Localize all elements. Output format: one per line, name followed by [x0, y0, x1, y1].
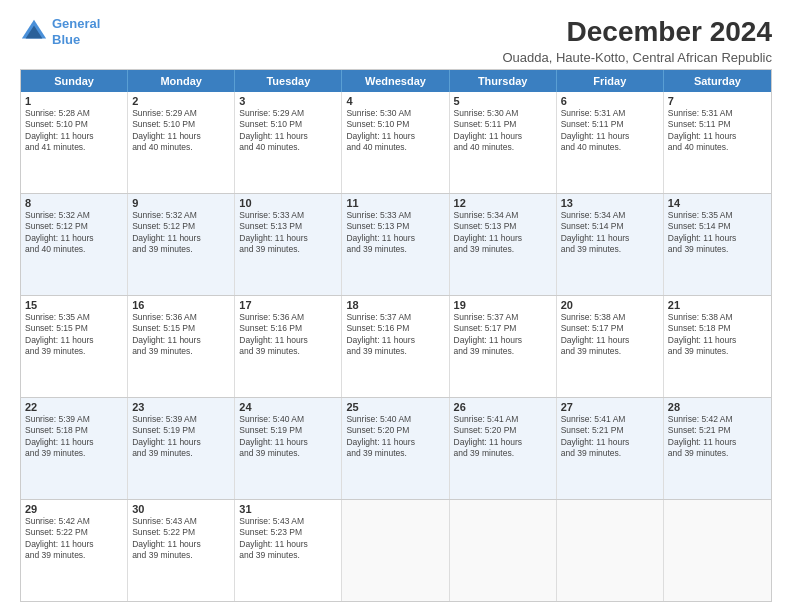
calendar-week-5: 29Sunrise: 5:42 AM Sunset: 5:22 PM Dayli…	[21, 500, 771, 601]
day-info: Sunrise: 5:38 AM Sunset: 5:17 PM Dayligh…	[561, 312, 659, 358]
calendar-cell: 16Sunrise: 5:36 AM Sunset: 5:15 PM Dayli…	[128, 296, 235, 397]
calendar-week-1: 1Sunrise: 5:28 AM Sunset: 5:10 PM Daylig…	[21, 92, 771, 194]
day-info: Sunrise: 5:40 AM Sunset: 5:20 PM Dayligh…	[346, 414, 444, 460]
day-number: 20	[561, 299, 659, 311]
day-info: Sunrise: 5:35 AM Sunset: 5:15 PM Dayligh…	[25, 312, 123, 358]
day-info: Sunrise: 5:31 AM Sunset: 5:11 PM Dayligh…	[561, 108, 659, 154]
day-number: 8	[25, 197, 123, 209]
day-number: 25	[346, 401, 444, 413]
calendar-page: GeneralBlue December 2024 Ouadda, Haute-…	[0, 0, 792, 612]
day-info: Sunrise: 5:33 AM Sunset: 5:13 PM Dayligh…	[239, 210, 337, 256]
calendar-cell: 2Sunrise: 5:29 AM Sunset: 5:10 PM Daylig…	[128, 92, 235, 193]
day-number: 2	[132, 95, 230, 107]
calendar-cell: 14Sunrise: 5:35 AM Sunset: 5:14 PM Dayli…	[664, 194, 771, 295]
calendar-week-3: 15Sunrise: 5:35 AM Sunset: 5:15 PM Dayli…	[21, 296, 771, 398]
header-cell-tuesday: Tuesday	[235, 70, 342, 92]
calendar: SundayMondayTuesdayWednesdayThursdayFrid…	[20, 69, 772, 602]
day-info: Sunrise: 5:33 AM Sunset: 5:13 PM Dayligh…	[346, 210, 444, 256]
header-cell-friday: Friday	[557, 70, 664, 92]
day-info: Sunrise: 5:30 AM Sunset: 5:11 PM Dayligh…	[454, 108, 552, 154]
day-info: Sunrise: 5:39 AM Sunset: 5:18 PM Dayligh…	[25, 414, 123, 460]
day-info: Sunrise: 5:40 AM Sunset: 5:19 PM Dayligh…	[239, 414, 337, 460]
day-number: 15	[25, 299, 123, 311]
day-number: 24	[239, 401, 337, 413]
calendar-cell: 10Sunrise: 5:33 AM Sunset: 5:13 PM Dayli…	[235, 194, 342, 295]
calendar-cell: 12Sunrise: 5:34 AM Sunset: 5:13 PM Dayli…	[450, 194, 557, 295]
day-number: 27	[561, 401, 659, 413]
day-number: 1	[25, 95, 123, 107]
day-info: Sunrise: 5:32 AM Sunset: 5:12 PM Dayligh…	[132, 210, 230, 256]
day-number: 30	[132, 503, 230, 515]
day-number: 29	[25, 503, 123, 515]
calendar-cell: 13Sunrise: 5:34 AM Sunset: 5:14 PM Dayli…	[557, 194, 664, 295]
calendar-cell: 27Sunrise: 5:41 AM Sunset: 5:21 PM Dayli…	[557, 398, 664, 499]
day-info: Sunrise: 5:42 AM Sunset: 5:21 PM Dayligh…	[668, 414, 767, 460]
day-number: 16	[132, 299, 230, 311]
calendar-cell: 24Sunrise: 5:40 AM Sunset: 5:19 PM Dayli…	[235, 398, 342, 499]
day-number: 18	[346, 299, 444, 311]
day-info: Sunrise: 5:30 AM Sunset: 5:10 PM Dayligh…	[346, 108, 444, 154]
day-number: 7	[668, 95, 767, 107]
header-cell-thursday: Thursday	[450, 70, 557, 92]
calendar-header-row: SundayMondayTuesdayWednesdayThursdayFrid…	[21, 70, 771, 92]
calendar-cell	[450, 500, 557, 601]
day-info: Sunrise: 5:41 AM Sunset: 5:21 PM Dayligh…	[561, 414, 659, 460]
day-info: Sunrise: 5:37 AM Sunset: 5:16 PM Dayligh…	[346, 312, 444, 358]
page-header: GeneralBlue December 2024 Ouadda, Haute-…	[20, 16, 772, 65]
day-number: 28	[668, 401, 767, 413]
calendar-cell	[342, 500, 449, 601]
day-number: 14	[668, 197, 767, 209]
calendar-cell: 22Sunrise: 5:39 AM Sunset: 5:18 PM Dayli…	[21, 398, 128, 499]
header-cell-sunday: Sunday	[21, 70, 128, 92]
day-info: Sunrise: 5:37 AM Sunset: 5:17 PM Dayligh…	[454, 312, 552, 358]
day-info: Sunrise: 5:39 AM Sunset: 5:19 PM Dayligh…	[132, 414, 230, 460]
day-number: 5	[454, 95, 552, 107]
day-info: Sunrise: 5:31 AM Sunset: 5:11 PM Dayligh…	[668, 108, 767, 154]
calendar-cell: 8Sunrise: 5:32 AM Sunset: 5:12 PM Daylig…	[21, 194, 128, 295]
calendar-cell: 26Sunrise: 5:41 AM Sunset: 5:20 PM Dayli…	[450, 398, 557, 499]
day-info: Sunrise: 5:34 AM Sunset: 5:13 PM Dayligh…	[454, 210, 552, 256]
day-number: 9	[132, 197, 230, 209]
calendar-cell: 28Sunrise: 5:42 AM Sunset: 5:21 PM Dayli…	[664, 398, 771, 499]
calendar-cell: 1Sunrise: 5:28 AM Sunset: 5:10 PM Daylig…	[21, 92, 128, 193]
header-cell-saturday: Saturday	[664, 70, 771, 92]
calendar-cell	[557, 500, 664, 601]
day-number: 6	[561, 95, 659, 107]
day-info: Sunrise: 5:29 AM Sunset: 5:10 PM Dayligh…	[239, 108, 337, 154]
day-number: 31	[239, 503, 337, 515]
day-number: 11	[346, 197, 444, 209]
calendar-week-4: 22Sunrise: 5:39 AM Sunset: 5:18 PM Dayli…	[21, 398, 771, 500]
calendar-cell: 9Sunrise: 5:32 AM Sunset: 5:12 PM Daylig…	[128, 194, 235, 295]
title-block: December 2024 Ouadda, Haute-Kotto, Centr…	[502, 16, 772, 65]
calendar-cell: 3Sunrise: 5:29 AM Sunset: 5:10 PM Daylig…	[235, 92, 342, 193]
calendar-cell: 19Sunrise: 5:37 AM Sunset: 5:17 PM Dayli…	[450, 296, 557, 397]
calendar-body: 1Sunrise: 5:28 AM Sunset: 5:10 PM Daylig…	[21, 92, 771, 601]
logo-text: GeneralBlue	[52, 16, 100, 47]
day-number: 10	[239, 197, 337, 209]
day-number: 3	[239, 95, 337, 107]
day-number: 19	[454, 299, 552, 311]
subtitle: Ouadda, Haute-Kotto, Central African Rep…	[502, 50, 772, 65]
calendar-cell: 31Sunrise: 5:43 AM Sunset: 5:23 PM Dayli…	[235, 500, 342, 601]
calendar-cell: 4Sunrise: 5:30 AM Sunset: 5:10 PM Daylig…	[342, 92, 449, 193]
calendar-cell: 5Sunrise: 5:30 AM Sunset: 5:11 PM Daylig…	[450, 92, 557, 193]
calendar-cell: 18Sunrise: 5:37 AM Sunset: 5:16 PM Dayli…	[342, 296, 449, 397]
logo: GeneralBlue	[20, 16, 100, 47]
day-info: Sunrise: 5:35 AM Sunset: 5:14 PM Dayligh…	[668, 210, 767, 256]
day-info: Sunrise: 5:34 AM Sunset: 5:14 PM Dayligh…	[561, 210, 659, 256]
calendar-cell: 11Sunrise: 5:33 AM Sunset: 5:13 PM Dayli…	[342, 194, 449, 295]
calendar-cell	[664, 500, 771, 601]
main-title: December 2024	[502, 16, 772, 48]
day-info: Sunrise: 5:32 AM Sunset: 5:12 PM Dayligh…	[25, 210, 123, 256]
day-number: 17	[239, 299, 337, 311]
day-number: 23	[132, 401, 230, 413]
day-info: Sunrise: 5:36 AM Sunset: 5:15 PM Dayligh…	[132, 312, 230, 358]
calendar-cell: 23Sunrise: 5:39 AM Sunset: 5:19 PM Dayli…	[128, 398, 235, 499]
calendar-week-2: 8Sunrise: 5:32 AM Sunset: 5:12 PM Daylig…	[21, 194, 771, 296]
calendar-cell: 30Sunrise: 5:43 AM Sunset: 5:22 PM Dayli…	[128, 500, 235, 601]
day-number: 13	[561, 197, 659, 209]
day-info: Sunrise: 5:36 AM Sunset: 5:16 PM Dayligh…	[239, 312, 337, 358]
logo-icon	[20, 18, 48, 46]
day-info: Sunrise: 5:41 AM Sunset: 5:20 PM Dayligh…	[454, 414, 552, 460]
calendar-cell: 17Sunrise: 5:36 AM Sunset: 5:16 PM Dayli…	[235, 296, 342, 397]
